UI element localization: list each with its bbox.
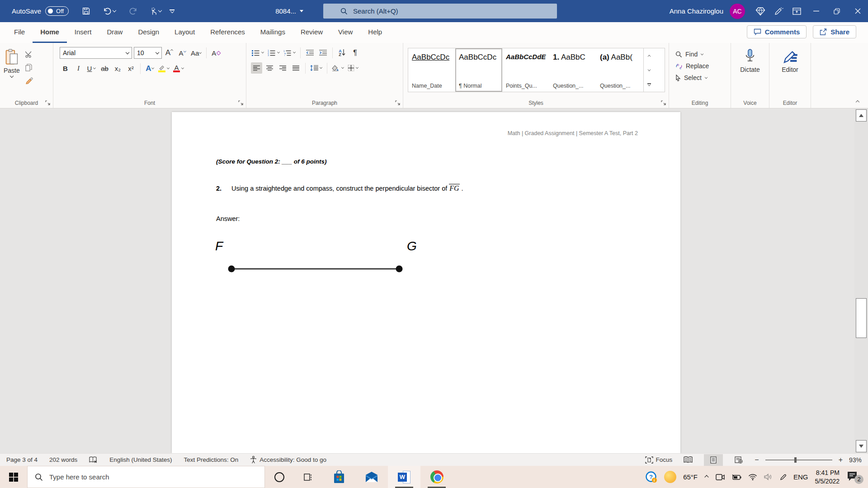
undo-dropdown-icon[interactable] bbox=[113, 9, 116, 12]
undo-button[interactable] bbox=[103, 7, 116, 15]
notification-center-button[interactable]: 2 bbox=[846, 470, 863, 484]
tab-file[interactable]: File bbox=[6, 22, 33, 43]
zoom-slider[interactable] bbox=[765, 460, 832, 460]
tab-help[interactable]: Help bbox=[360, 22, 390, 43]
premium-button[interactable] bbox=[751, 0, 769, 22]
zoom-level[interactable]: 93% bbox=[849, 456, 862, 464]
microsoft-store-button[interactable] bbox=[323, 466, 355, 488]
comments-button[interactable]: Comments bbox=[747, 25, 807, 38]
touch-mode-dropdown-icon[interactable] bbox=[158, 9, 162, 12]
text-effects-button[interactable]: A bbox=[144, 63, 156, 74]
find-button[interactable]: Find bbox=[669, 48, 731, 60]
proofing-status[interactable] bbox=[89, 456, 98, 464]
highlight-button[interactable] bbox=[157, 63, 170, 74]
weather-icon[interactable] bbox=[664, 471, 676, 483]
document-page[interactable]: Math | Graded Assignment | Semester A Te… bbox=[172, 112, 680, 453]
grow-font-button[interactable]: A bbox=[164, 47, 175, 59]
taskbar-search-box[interactable]: Type here to search bbox=[27, 466, 265, 488]
clear-formatting-button[interactable]: A bbox=[210, 47, 222, 59]
change-case-button[interactable]: Aa bbox=[190, 47, 203, 59]
search-box[interactable]: Search (Alt+Q) bbox=[323, 4, 557, 19]
input-language[interactable]: ENG bbox=[793, 473, 808, 481]
word-count[interactable]: 202 words bbox=[49, 456, 77, 463]
vertical-scrollbar[interactable] bbox=[854, 108, 868, 453]
shrink-font-button[interactable]: A bbox=[177, 47, 188, 59]
share-button[interactable]: Share bbox=[813, 25, 856, 38]
line-spacing-button[interactable] bbox=[309, 62, 323, 74]
read-mode-button[interactable] bbox=[679, 454, 698, 466]
style-points-question[interactable]: AaBbCcDdE Points_Qu... bbox=[502, 48, 549, 92]
styles-dialog-launcher[interactable] bbox=[661, 100, 666, 106]
bold-button[interactable]: B bbox=[60, 63, 71, 74]
minimize-button[interactable] bbox=[806, 0, 826, 22]
sort-button[interactable]: AZ bbox=[336, 47, 348, 58]
multilevel-list-button[interactable]: 1ai bbox=[283, 47, 297, 58]
avatar[interactable]: AC bbox=[730, 4, 745, 19]
tab-draw[interactable]: Draw bbox=[99, 22, 130, 43]
hidden-icons-chevron[interactable] bbox=[704, 475, 708, 479]
copy-button[interactable] bbox=[24, 62, 35, 73]
styles-more-button[interactable] bbox=[644, 77, 655, 92]
document-title[interactable]: 8084... bbox=[275, 7, 303, 15]
scroll-down-button[interactable] bbox=[856, 440, 867, 452]
pen-tray-button[interactable] bbox=[779, 473, 787, 481]
user-name[interactable]: Anna Chaziroglou bbox=[670, 7, 723, 15]
page-indicator[interactable]: Page 3 of 4 bbox=[6, 456, 38, 463]
superscript-button[interactable]: x² bbox=[125, 63, 137, 74]
increase-indent-button[interactable] bbox=[317, 47, 329, 58]
style-normal[interactable]: AaBbCcDc ¶ Normal bbox=[455, 48, 502, 92]
style-question-number[interactable]: 1. AaBbC Question_... bbox=[549, 48, 596, 92]
restore-button[interactable] bbox=[826, 0, 847, 22]
start-button[interactable] bbox=[0, 466, 27, 488]
tab-references[interactable]: References bbox=[203, 22, 253, 43]
tab-mailings[interactable]: Mailings bbox=[253, 22, 293, 43]
touch-mode-button[interactable] bbox=[150, 7, 161, 15]
show-formatting-button[interactable]: ¶ bbox=[349, 47, 361, 58]
paste-button[interactable]: Paste bbox=[0, 47, 24, 86]
tab-insert[interactable]: Insert bbox=[67, 22, 99, 43]
tab-design[interactable]: Design bbox=[130, 22, 167, 43]
tab-home[interactable]: Home bbox=[33, 22, 67, 43]
power-tray-button[interactable] bbox=[731, 474, 741, 480]
align-right-button[interactable] bbox=[277, 62, 288, 74]
scrollbar-thumb[interactable] bbox=[856, 298, 867, 338]
help-tray-button[interactable]: ?i bbox=[646, 471, 657, 483]
zoom-out-button[interactable]: − bbox=[755, 456, 759, 464]
decrease-indent-button[interactable] bbox=[304, 47, 316, 58]
font-dialog-launcher[interactable] bbox=[238, 100, 244, 106]
scroll-up-button[interactable] bbox=[856, 109, 867, 122]
print-layout-button[interactable] bbox=[704, 454, 723, 466]
wifi-tray-button[interactable] bbox=[748, 474, 757, 480]
replace-button[interactable]: bc Replace bbox=[669, 60, 731, 72]
close-button[interactable] bbox=[847, 0, 868, 22]
paragraph-dialog-launcher[interactable] bbox=[395, 100, 401, 106]
strikethrough-button[interactable]: ab bbox=[99, 63, 110, 74]
word-taskbar-button[interactable]: W bbox=[388, 466, 420, 488]
clipboard-dialog-launcher[interactable] bbox=[45, 100, 51, 106]
justify-button[interactable] bbox=[290, 62, 302, 74]
select-button[interactable]: Select bbox=[669, 72, 731, 84]
style-name-date[interactable]: AaBbCcDc Name_Date bbox=[408, 48, 455, 92]
language-status[interactable]: English (United States) bbox=[109, 456, 172, 463]
autosave-toggle[interactable]: AutoSave Off bbox=[12, 6, 69, 16]
mail-button[interactable] bbox=[355, 466, 388, 488]
borders-button[interactable] bbox=[347, 62, 359, 74]
dictate-button[interactable]: Dictate bbox=[731, 47, 769, 75]
underline-button[interactable]: U bbox=[86, 63, 97, 74]
font-size-combo[interactable]: 10 bbox=[134, 47, 162, 59]
cortana-button[interactable] bbox=[265, 466, 294, 488]
align-center-button[interactable] bbox=[264, 62, 275, 74]
format-painter-button[interactable] bbox=[24, 75, 35, 86]
ink-button[interactable] bbox=[769, 0, 788, 22]
quick-access-toolbar-button[interactable] bbox=[170, 9, 175, 13]
temperature[interactable]: 65°F bbox=[683, 473, 698, 481]
web-layout-button[interactable] bbox=[729, 454, 748, 466]
italic-button[interactable]: I bbox=[73, 63, 84, 74]
paste-dropdown-icon[interactable] bbox=[10, 74, 14, 78]
style-question-letter[interactable]: (a) AaBb( Question_... bbox=[596, 48, 643, 92]
styles-scroll-up[interactable] bbox=[644, 48, 655, 63]
zoom-in-button[interactable]: + bbox=[839, 456, 843, 464]
text-predictions-status[interactable]: Text Predictions: On bbox=[184, 456, 238, 463]
numbering-button[interactable]: 123 bbox=[267, 47, 281, 58]
volume-tray-button[interactable] bbox=[764, 474, 773, 480]
